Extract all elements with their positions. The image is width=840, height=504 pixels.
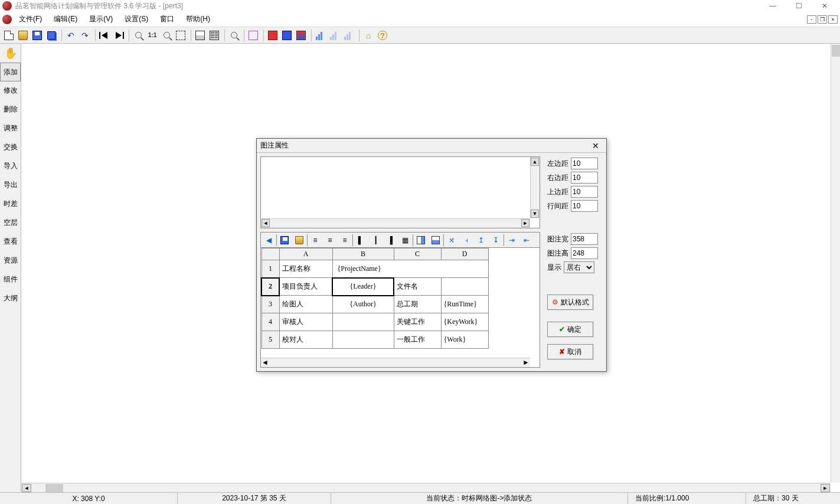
align-center-icon[interactable]: ≡ xyxy=(323,234,337,247)
adjust-tool[interactable]: 调整 xyxy=(0,119,21,138)
help-button[interactable]: ? xyxy=(376,29,389,42)
col-header-b[interactable]: B xyxy=(332,248,394,260)
view-blue-button[interactable] xyxy=(280,29,293,42)
export-tool[interactable]: 导出 xyxy=(0,176,21,195)
view-tool[interactable]: 查看 xyxy=(0,233,21,251)
border-a-icon[interactable]: ▦ xyxy=(398,234,412,247)
component-tool[interactable]: 组件 xyxy=(0,270,21,289)
menu-edit[interactable]: 编辑(E) xyxy=(49,12,82,26)
top-margin-input[interactable] xyxy=(571,186,598,198)
display-select[interactable]: 居右 xyxy=(564,261,594,273)
scroll-up-icon[interactable]: ▲ xyxy=(531,158,539,166)
scroll-left-icon[interactable]: ◄ xyxy=(262,219,270,227)
preview-button[interactable] xyxy=(227,29,240,42)
empty-tool[interactable]: 空层 xyxy=(0,214,21,233)
calc-button[interactable] xyxy=(208,29,221,42)
dialog-close-button[interactable]: ✕ xyxy=(589,141,603,150)
canvas-hscrollbar[interactable]: ◄ ► xyxy=(21,483,831,492)
first-button[interactable] xyxy=(98,29,111,42)
border-l-icon[interactable]: ▌ xyxy=(354,234,368,247)
home-button[interactable]: ⌂ xyxy=(362,29,375,42)
zoom-11-button[interactable]: 1:1 xyxy=(146,29,159,42)
table-button[interactable] xyxy=(194,29,207,42)
back-icon[interactable]: ◀ xyxy=(262,234,276,247)
save-icon[interactable] xyxy=(277,234,292,247)
ins-icon[interactable]: ↥ xyxy=(474,234,488,247)
col-header-d[interactable]: D xyxy=(441,248,488,260)
legend-height-input[interactable] xyxy=(571,247,598,259)
hand-tool[interactable]: ✋ xyxy=(0,44,21,63)
new-button[interactable] xyxy=(2,29,15,42)
menu-view[interactable]: 显示(V) xyxy=(84,12,117,26)
close-button[interactable]: ✕ xyxy=(812,0,838,12)
row-icon[interactable] xyxy=(429,234,443,247)
delcol-icon[interactable]: ⇤ xyxy=(519,234,534,247)
undo-button[interactable]: ↶ xyxy=(64,29,77,42)
mdi-minimize[interactable]: - xyxy=(807,15,816,24)
scroll-right-icon[interactable]: ► xyxy=(522,358,530,366)
col-header-a[interactable]: A xyxy=(279,248,332,260)
addcol-icon[interactable]: ⇥ xyxy=(505,234,519,247)
right-margin-input[interactable] xyxy=(571,172,598,184)
zoom-fit-button[interactable] xyxy=(174,29,187,42)
slack-tool[interactable]: 时差 xyxy=(0,195,21,214)
modify-tool[interactable]: 修改 xyxy=(0,81,21,100)
col-header-c[interactable]: C xyxy=(394,248,441,260)
zoom-in-button[interactable] xyxy=(160,29,173,42)
chart3-button[interactable] xyxy=(342,29,355,42)
view-red-button[interactable] xyxy=(266,29,279,42)
col-icon[interactable] xyxy=(414,234,428,247)
grid-button[interactable] xyxy=(247,29,260,42)
check-icon: ✔ xyxy=(559,325,565,333)
border-m-icon[interactable]: ┃ xyxy=(368,234,383,247)
scroll-down-icon[interactable]: ▼ xyxy=(531,210,539,218)
default-format-button[interactable]: ⚙ 默认格式 xyxy=(547,294,593,310)
border-r-icon[interactable]: ▐ xyxy=(383,234,397,247)
scroll-right-icon[interactable]: ► xyxy=(821,484,830,492)
save-all-button[interactable] xyxy=(45,29,58,42)
redo-button[interactable]: ↷ xyxy=(79,29,91,42)
preview-vscroll[interactable]: ▲ ▼ xyxy=(530,157,540,218)
open-icon[interactable] xyxy=(292,234,306,247)
outline-tool[interactable]: 大纲 xyxy=(0,289,21,308)
legend-width-input[interactable] xyxy=(571,233,598,245)
menu-window[interactable]: 窗口 xyxy=(155,12,179,26)
grid-hscroll[interactable]: ◄ ► xyxy=(261,358,530,367)
zoom-out-button[interactable] xyxy=(132,29,145,42)
chart2-button[interactable] xyxy=(328,29,341,42)
save-button[interactable] xyxy=(31,29,44,42)
legend-grid[interactable]: A B C D 1 工程名称 {ProjectName} xyxy=(260,247,540,368)
del-icon[interactable]: ↧ xyxy=(489,234,503,247)
align-left-icon[interactable]: ≡ xyxy=(308,234,322,247)
drawing-canvas[interactable]: ◄ ► 图注属性 ✕ ▲ ▼ ◄ ► xyxy=(21,44,840,492)
resource-tool[interactable]: 资源 xyxy=(0,251,21,270)
scroll-left-icon[interactable]: ◄ xyxy=(262,358,269,366)
ok-button[interactable]: ✔ 确定 xyxy=(547,322,593,337)
swap-tool[interactable]: 交换 xyxy=(0,138,21,157)
canvas-vscrollbar[interactable] xyxy=(831,44,840,483)
scroll-left-icon[interactable]: ◄ xyxy=(22,484,31,492)
delete-tool[interactable]: 删除 xyxy=(0,100,21,119)
cancel-button[interactable]: ✘ 取消 xyxy=(547,344,593,359)
line-spacing-input[interactable] xyxy=(571,200,598,212)
import-tool[interactable]: 导入 xyxy=(0,157,21,176)
mdi-restore[interactable]: ❐ xyxy=(818,15,827,24)
preview-hscroll[interactable]: ◄ ► xyxy=(261,218,530,228)
maximize-button[interactable]: ☐ xyxy=(786,0,812,12)
split-icon[interactable]: ⫞ xyxy=(459,234,473,247)
scroll-right-icon[interactable]: ► xyxy=(521,219,530,227)
left-margin-input[interactable] xyxy=(571,158,598,169)
last-button[interactable] xyxy=(112,29,125,42)
chart1-button[interactable] xyxy=(314,29,327,42)
dialog-titlebar[interactable]: 图注属性 ✕ xyxy=(257,139,606,153)
align-right-icon[interactable]: ≡ xyxy=(338,234,352,247)
view-grad-button[interactable] xyxy=(295,29,308,42)
menu-help[interactable]: 帮助(H) xyxy=(181,12,215,26)
menu-settings[interactable]: 设置(S) xyxy=(120,12,153,26)
add-tool[interactable]: 添加 xyxy=(0,63,21,81)
merge-icon[interactable]: ⤨ xyxy=(444,234,459,247)
menu-file[interactable]: 文件(F) xyxy=(14,12,47,26)
minimize-button[interactable]: — xyxy=(760,0,786,12)
mdi-close[interactable]: × xyxy=(828,15,838,24)
open-button[interactable] xyxy=(17,29,30,42)
